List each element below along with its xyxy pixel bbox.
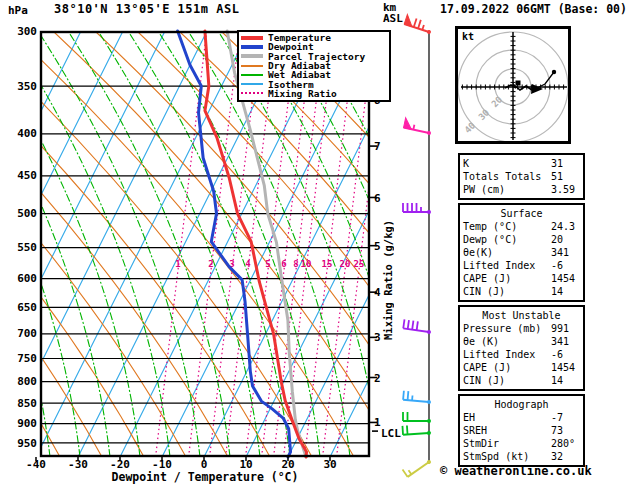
panel-row: CIN (J)14: [463, 374, 580, 387]
panel-row-value: 73: [551, 424, 580, 437]
temperature-tick-label: -40: [16, 459, 56, 470]
panel-row-label: PW (cm): [463, 183, 551, 196]
legend-item-label: Mixing Ratio: [268, 89, 337, 98]
km-tick-label: 4: [374, 287, 381, 298]
wind-barb: [403, 412, 431, 423]
panel-row-label: Lifted Index: [463, 259, 551, 272]
hodograph-ring-label: 20: [490, 95, 505, 110]
panel-row: Pressure (mb)991: [463, 322, 580, 335]
pressure-tick-label: 400: [9, 128, 37, 139]
panel-row-value: 20: [551, 233, 580, 246]
km-tick-label: 2: [374, 373, 381, 384]
temperature-tick-label: -10: [142, 459, 182, 470]
pressure-tick-label: 900: [9, 418, 37, 429]
panel-row: StmDir280°: [463, 437, 580, 450]
pressure-tick-label: 750: [9, 353, 37, 364]
wind-barb: [403, 319, 432, 334]
panel-row-label: EH: [463, 411, 551, 424]
temperature-tick-label: 0: [184, 459, 224, 470]
panel-row-label: Totals Totals: [463, 170, 551, 183]
km-tick-label: 1: [374, 417, 381, 428]
pressure-tick-label: 450: [9, 170, 37, 181]
panel-row-label: Temp (°C): [463, 220, 551, 233]
panel-row-value: 32: [551, 450, 580, 463]
legend-item-label: Wet Adiabat: [268, 70, 331, 79]
panel-row-label: Dewp (°C): [463, 233, 551, 246]
panel-row: SREH73: [463, 424, 580, 437]
km-tick-label: 5: [374, 241, 381, 252]
panel-row-value: 1454: [551, 272, 580, 285]
wind-barb: [404, 14, 434, 34]
panel-row-label: StmDir: [463, 437, 551, 450]
hodograph-ring-label: 30: [477, 108, 492, 123]
panel-row-value: 14: [551, 285, 580, 298]
page-title: 38°10'N 13°05'E 151m ASL: [54, 2, 239, 16]
temperature-tick-label: -30: [58, 459, 98, 470]
svg-text:2: 2: [208, 259, 213, 269]
panel-row-value: 341: [551, 335, 580, 348]
svg-text:4: 4: [245, 259, 251, 269]
legend-swatch: [241, 36, 263, 40]
svg-text:25: 25: [354, 259, 365, 269]
panel-box: K31Totals Totals51PW (cm)3.59: [458, 153, 585, 200]
panel-row-label: SREH: [463, 424, 551, 437]
panel-row: θe(K)341: [463, 246, 580, 259]
legend-item: Wet Adiabat: [241, 70, 387, 79]
panel-row-value: 14: [551, 374, 580, 387]
pressure-tick-label: 800: [9, 376, 37, 387]
km-tick-label: 3: [374, 332, 381, 343]
legend-swatch: [241, 83, 263, 85]
panel-row: StmSpd (kt)32: [463, 450, 580, 463]
panel-row-label: CIN (J): [463, 374, 551, 387]
panel-row-value: 991: [551, 322, 580, 335]
temperature-tick-label: 20: [268, 459, 308, 470]
legend: TemperatureDewpointParcel TrajectoryDry …: [237, 30, 391, 102]
legend-swatch: [241, 65, 263, 67]
panel-row-value: -6: [551, 348, 580, 361]
panel-row: Lifted Index-6: [463, 348, 580, 361]
panel-row-label: CAPE (J): [463, 272, 551, 285]
temperature-tick-label: 30: [310, 459, 350, 470]
panel-row: Temp (°C)24.3: [463, 220, 580, 233]
panel-row-value: -6: [551, 259, 580, 272]
temperature-tick-label: 10: [226, 459, 266, 470]
legend-item: Temperature: [241, 33, 387, 42]
hodograph-unit-label: kt: [462, 31, 474, 42]
panel-box: SurfaceTemp (°C)24.3Dewp (°C)20θe(K)341L…: [458, 203, 585, 302]
pressure-tick-label: 650: [9, 302, 37, 313]
panel-row-label: CAPE (J): [463, 361, 551, 374]
svg-text:10: 10: [301, 259, 312, 269]
panel-row: θe (K)341: [463, 335, 580, 348]
panel-box-title: Surface: [463, 207, 580, 220]
panel-row: CIN (J)14: [463, 285, 580, 298]
pressure-axis-unit: hPa: [8, 4, 28, 17]
panel-row-label: StmSpd (kt): [463, 450, 551, 463]
skewt-sounding-page: hPa 38°10'N 13°05'E 151m ASL km ASL 17.0…: [0, 0, 629, 486]
km-tick-label: 6: [374, 193, 381, 204]
legend-item: Mixing Ratio: [241, 89, 387, 98]
panel-row-value: 280°: [551, 437, 580, 450]
pressure-tick-label: 300: [9, 26, 37, 37]
panel-row-value: 51: [551, 170, 580, 183]
panel-box-title: Hodograph: [463, 398, 580, 411]
svg-text:8: 8: [293, 259, 298, 269]
temperature-tick-label: -20: [100, 459, 140, 470]
panel-row: K31: [463, 157, 580, 170]
panel-row-label: CIN (J): [463, 285, 551, 298]
panel-row: Lifted Index-6: [463, 259, 580, 272]
panel-row-value: 31: [551, 157, 580, 170]
panel-row-label: Lifted Index: [463, 348, 551, 361]
panel-row-label: θe (K): [463, 335, 551, 348]
panel-row-value: 341: [551, 246, 580, 259]
svg-text:6: 6: [281, 259, 286, 269]
pressure-tick-label: 350: [9, 81, 37, 92]
svg-text:1: 1: [175, 259, 180, 269]
panel-box-title: Most Unstable: [463, 309, 580, 322]
panel-row: PW (cm)3.59: [463, 183, 580, 196]
panel-row-value: 24.3: [551, 220, 580, 233]
wind-barb: [403, 391, 432, 404]
panel-row: CAPE (J)1454: [463, 361, 580, 374]
wind-barb: [403, 203, 431, 214]
panel-row: CAPE (J)1454: [463, 272, 580, 285]
svg-text:5: 5: [265, 259, 270, 269]
